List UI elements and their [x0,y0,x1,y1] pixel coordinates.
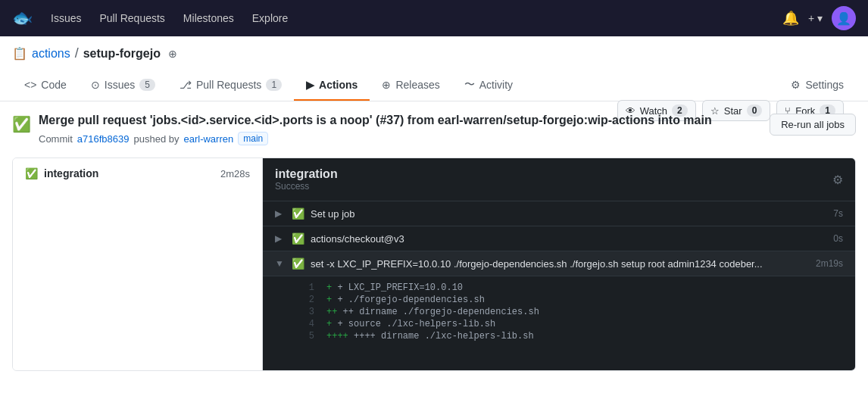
tab-actions[interactable]: ▶ Actions [294,70,370,101]
tab-settings[interactable]: ⚙ Settings [779,70,856,101]
commit-title: Merge pull request 'jobs.<id>.service.<i… [39,114,712,127]
site-logo[interactable]: 🐟 [12,8,33,28]
right-panel-header: integration Success ⚙ [263,158,855,201]
tab-actions-label: Actions [319,79,358,91]
issues-badge: 5 [139,79,155,91]
actions-icon: ▶ [306,79,314,91]
tab-activity[interactable]: 〜 Activity [452,70,525,101]
line-number: 3 [302,307,314,317]
nav-explore[interactable]: Explore [252,12,288,24]
releases-icon: ⊕ [382,79,391,91]
log-content: ++ ++ dirname ./forgejo-dependencies.sh [326,307,539,317]
org-link[interactable]: actions [32,47,70,61]
pr-badge: 1 [266,79,282,91]
nav-pull-requests[interactable]: Pull Requests [99,12,164,24]
log-line: 3 ++ ++ dirname ./forgejo-dependencies.s… [302,307,843,317]
repo-header: 📋 actions / setup-forgejo ⊕ 👁 Watch 2 ☆ … [0,36,868,101]
branch-badge: main [238,132,268,145]
activity-icon: 〜 [464,78,475,92]
right-panel-title: integration [275,167,338,181]
top-navigation: 🐟 Issues Pull Requests Milestones Explor… [0,0,868,36]
tab-pull-requests[interactable]: ⎇ Pull Requests 1 [167,70,294,101]
pushed-by-label: pushed by [133,133,179,145]
right-panel-status: Success [275,181,338,192]
log-content: + + ./forgejo-dependencies.sh [326,295,485,305]
chevron-right-icon-2: ▶ [275,233,286,244]
step-success-icon: ✅ [292,207,304,220]
tab-releases[interactable]: ⊕ Releases [370,70,451,101]
rerun-button[interactable]: Re-run all jobs [770,114,856,136]
step-checkout-icon: ✅ [292,232,304,245]
commit-label: Commit [39,133,73,145]
settings-icon: ⚙ [791,79,801,91]
commit-details: Merge pull request 'jobs.<id>.service.<i… [39,114,712,145]
integration-label: integration [44,167,214,179]
avatar[interactable]: 👤 [832,6,856,30]
step-setup-time: 7s [833,208,843,219]
log-content: + + source ./lxc-helpers-lib.sh [326,319,495,329]
tab-issues[interactable]: ⊙ Issues 5 [79,70,167,101]
step-setup-label: Set up job [311,208,827,220]
commit-area: ✅ Merge pull request 'jobs.<id>.service.… [12,114,856,145]
workflow-layout: ✅ integration 2m28s integration Success … [12,158,856,371]
step-script[interactable]: ▼ ✅ set -x LXC_IP_PREFIX=10.0.10 ./forge… [263,251,855,276]
pr-icon: ⎇ [180,79,192,91]
repo-icon: 📋 [12,46,27,61]
tab-code-label: Code [41,79,66,91]
repo-name: setup-forgejo [83,47,161,61]
tab-code[interactable]: <> Code [12,70,79,101]
right-panel: integration Success ⚙ ▶ ✅ Set up job 7s … [263,158,855,370]
step-checkout[interactable]: ▶ ✅ actions/checkout@v3 0s [263,226,855,251]
nav-issues[interactable]: Issues [51,12,81,24]
author-link[interactable]: earl-warren [183,133,233,145]
code-icon: <> [24,79,36,91]
integration-success-icon: ✅ [25,167,38,179]
nav-milestones[interactable]: Milestones [183,12,234,24]
line-number: 2 [302,295,314,305]
issues-icon: ⊙ [91,79,100,91]
log-line: 4 + + source ./lxc-helpers-lib.sh [302,319,843,329]
step-setup[interactable]: ▶ ✅ Set up job 7s [263,201,855,226]
step-script-icon: ✅ [292,257,304,270]
breadcrumb: 📋 actions / setup-forgejo ⊕ [12,45,856,61]
tab-settings-label: Settings [805,79,844,91]
step-checkout-label: actions/checkout@v3 [311,233,827,245]
success-icon: ✅ [12,115,31,133]
main-content: ✅ Merge pull request 'jobs.<id>.service.… [0,101,868,383]
chevron-down-icon: ▼ [275,258,286,269]
commit-sub: Commit a716fb8639 pushed by earl-warren … [39,132,712,145]
line-number: 4 [302,319,314,329]
log-content: ++++ ++++ dirname ./lxc-helpers-lib.sh [326,331,534,342]
rss-icon[interactable]: ⊕ [168,48,177,60]
right-panel-title-area: integration Success [275,167,338,192]
breadcrumb-separator: / [75,45,79,61]
step-script-label: set -x LXC_IP_PREFIX=10.0.10 ./forgejo-d… [311,258,810,270]
integration-row[interactable]: ✅ integration 2m28s [13,158,262,189]
integration-time: 2m28s [220,168,250,179]
notifications-button[interactable]: 🔔 [782,10,799,27]
chevron-right-icon: ▶ [275,208,286,219]
tab-issues-label: Issues [105,79,135,91]
create-button[interactable]: + ▾ [808,12,823,24]
commit-info: ✅ Merge pull request 'jobs.<id>.service.… [12,114,712,145]
gear-button[interactable]: ⚙ [832,173,843,187]
line-number: 1 [302,282,314,293]
commit-hash-link[interactable]: a716fb8639 [77,133,130,145]
step-checkout-time: 0s [833,233,843,244]
log-line: 5 ++++ ++++ dirname ./lxc-helpers-lib.sh [302,331,843,342]
repo-header-inner: 📋 actions / setup-forgejo ⊕ 👁 Watch 2 ☆ … [12,45,856,101]
log-content: + + LXC_IP_PREFIX=10.0.10 [326,282,463,293]
log-area: 1 + + LXC_IP_PREFIX=10.0.10 2 + + ./forg… [263,276,855,349]
line-number: 5 [302,331,314,342]
log-line: 2 + + ./forgejo-dependencies.sh [302,295,843,305]
step-script-time: 2m19s [816,258,843,269]
nav-icons: 🔔 + ▾ 👤 [782,6,856,30]
log-line: 1 + + LXC_IP_PREFIX=10.0.10 [302,282,843,293]
repo-tabs: <> Code ⊙ Issues 5 ⎇ Pull Requests 1 ▶ A… [12,70,856,101]
left-panel: ✅ integration 2m28s [13,158,263,370]
tab-activity-label: Activity [479,79,513,91]
tab-releases-label: Releases [395,79,439,91]
tab-pr-label: Pull Requests [196,79,261,91]
